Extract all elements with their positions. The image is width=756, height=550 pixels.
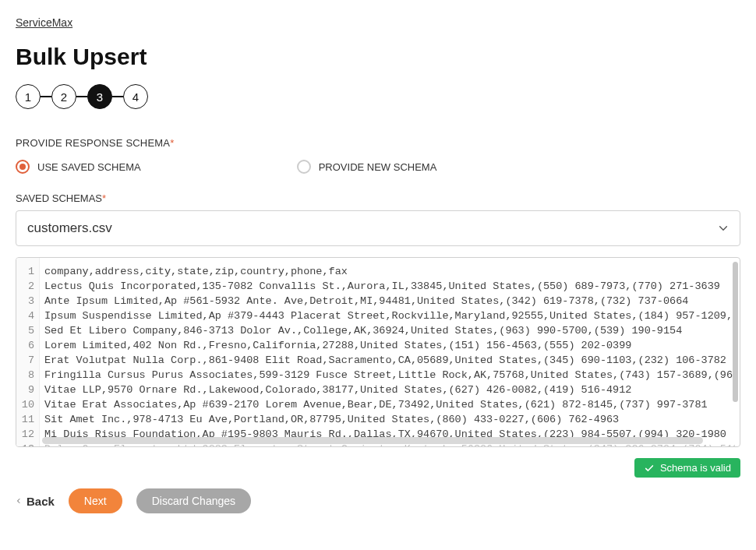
check-icon [644,463,655,474]
step-connector [76,96,87,97]
back-button[interactable]: Back [16,495,55,508]
step-2[interactable]: 2 [51,84,76,109]
schema-section-label: PROVIDE RESPONSE SCHEMA* [16,137,740,149]
chevron-down-icon [718,223,729,234]
editor-content[interactable]: company,address,city,state,zip,country,p… [40,258,740,446]
page-title: Bulk Upsert [16,44,740,70]
validation-text: Schema is valid [660,462,731,474]
editor-gutter: 12345678910111213 [16,258,40,446]
radio-label: PROVIDE NEW SCHEMA [319,161,437,173]
code-line: Lorem Limited,402 Non Rd.,Fresno,Califor… [44,338,735,353]
step-4[interactable]: 4 [123,84,148,109]
code-line: Vitae Erat Associates,Ap #639-2170 Lorem… [44,397,735,412]
next-button[interactable]: Next [69,488,122,513]
code-line: Vitae LLP,9570 Ornare Rd.,Lakewood,Color… [44,383,735,397]
discard-button[interactable]: Discard Changes [136,488,251,513]
code-editor[interactable]: 12345678910111213 company,address,city,s… [16,257,740,447]
radio-label: USE SAVED SCHEMA [37,161,141,173]
code-line: Sed Et Libero Company,846-3713 Dolor Av.… [44,323,735,338]
code-line: Fringilla Cursus Purus Associates,599-31… [44,368,735,383]
stepper: 1234 [16,84,740,109]
schema-radio-group: USE SAVED SCHEMA PROVIDE NEW SCHEMA [16,160,740,174]
select-value: customers.csv [27,220,112,236]
footer-actions: Back Next Discard Changes [16,488,740,527]
step-connector [112,96,123,97]
code-line: Ipsum Suspendisse Limited,Ap #379-4443 P… [44,308,735,323]
saved-schemas-select[interactable]: customers.csv [16,210,740,246]
radio-use-saved-schema[interactable]: USE SAVED SCHEMA [16,160,141,174]
radio-provide-new-schema[interactable]: PROVIDE NEW SCHEMA [297,160,437,174]
horizontal-scrollbar[interactable] [42,437,730,444]
code-line: company,address,city,state,zip,country,p… [44,264,735,279]
code-line: Erat Volutpat Nulla Corp.,861-9408 Elit … [44,353,735,368]
validation-badge: Schema is valid [634,458,740,478]
vertical-scrollbar[interactable] [733,262,738,437]
breadcrumb-link[interactable]: ServiceMax [16,16,72,29]
radio-icon [297,160,311,174]
code-line: Lectus Quis Incorporated,135-7082 Conval… [44,279,735,294]
horizontal-scrollbar-thumb[interactable] [42,437,703,444]
radio-icon [16,160,30,174]
step-3[interactable]: 3 [87,84,112,109]
step-1[interactable]: 1 [16,84,41,109]
vertical-scrollbar-thumb[interactable] [733,262,738,402]
code-line: Ante Ipsum Limited,Ap #561-5932 Ante. Av… [44,294,735,308]
chevron-left-icon [16,495,22,508]
saved-schemas-label: SAVED SCHEMAS* [16,192,740,204]
step-connector [41,96,51,97]
code-line: Sit Amet Inc.,978-4713 Eu Ave,Portland,O… [44,412,735,427]
